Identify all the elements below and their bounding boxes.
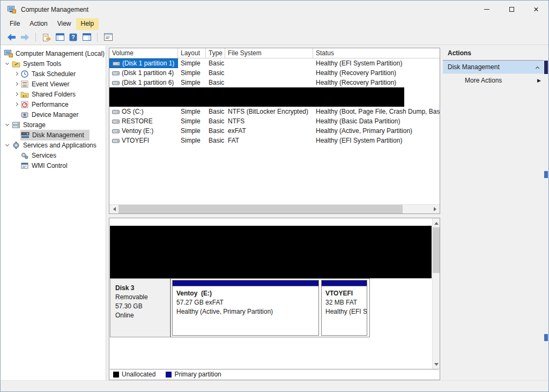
- table-row[interactable]: (Disk 1 partition 6) Simple Basic Health…: [109, 78, 440, 87]
- volume-status: Healthy (EFI System Partition): [313, 58, 440, 68]
- table-row[interactable]: OS (C:) Simple Basic NTFS (BitLocker Enc…: [109, 107, 440, 116]
- volume-type: Basic: [206, 116, 225, 126]
- chevron-right-icon[interactable]: [12, 70, 20, 78]
- tree-item-services-and-applications[interactable]: Services and Applications: [1, 140, 106, 150]
- scroll-up-button[interactable]: [432, 218, 440, 227]
- volume-status: Healthy (EFI System Partition): [313, 136, 440, 145]
- column-header-volume[interactable]: Volume: [109, 48, 178, 58]
- drive-icon: [112, 70, 120, 76]
- tree-item-system-tools[interactable]: System Tools: [1, 58, 106, 69]
- tree-item-label: Event Viewer: [32, 80, 69, 88]
- volume-name: (Disk 1 partition 4): [122, 68, 174, 78]
- primary-partition-color-bar: [322, 280, 367, 286]
- column-header-layout[interactable]: Layout: [178, 48, 206, 58]
- table-row[interactable]: RESTORE Simple Basic NTFS Healthy (Basic…: [109, 116, 440, 126]
- back-button[interactable]: [5, 31, 18, 43]
- chevron-right-icon[interactable]: [12, 90, 20, 99]
- volume-type: Basic: [206, 126, 225, 136]
- properties-button[interactable]: [101, 31, 115, 43]
- tree-item-services[interactable]: Services: [1, 150, 106, 160]
- tree-item-storage[interactable]: Storage: [1, 120, 106, 130]
- tree-item-label: Shared Folders: [32, 91, 76, 98]
- export-list-button[interactable]: [40, 31, 53, 43]
- menu-view[interactable]: View: [53, 18, 76, 30]
- table-row[interactable]: (Disk 1 partition 1) Simple Basic Health…: [109, 58, 440, 68]
- tree-item-performance[interactable]: Performance: [1, 99, 106, 109]
- scroll-right-icon: [434, 207, 439, 211]
- legend-label: Primary partition: [174, 371, 221, 378]
- chevron-down-icon[interactable]: [3, 141, 12, 150]
- chevron-right-icon[interactable]: [12, 80, 20, 88]
- tree-item-shared-folders[interactable]: Shared Folders: [1, 89, 106, 99]
- menu-help[interactable]: Help: [76, 18, 99, 30]
- tree-item-task-scheduler[interactable]: Task Scheduler: [1, 69, 106, 79]
- scroll-mark: [544, 171, 548, 178]
- disk3-partitions: Ventoy (E:) 57.27 GB exFAT Healthy (Acti…: [170, 278, 370, 337]
- disk-media-type: Removable: [115, 293, 165, 302]
- scroll-mark: [544, 334, 548, 341]
- volume-status: Healthy (Basic Data Partition): [313, 116, 440, 126]
- forward-button[interactable]: [18, 31, 32, 43]
- volume-type: Basic: [206, 107, 225, 116]
- vertical-scrollbar[interactable]: [432, 218, 440, 369]
- table-row[interactable]: Ventoy (E:) Simple Basic exFAT Healthy (…: [109, 126, 440, 136]
- table-row[interactable]: (Disk 1 partition 4) Simple Basic Health…: [109, 68, 440, 78]
- chevron-down-icon[interactable]: [3, 121, 12, 129]
- horizontal-scrollbar[interactable]: [109, 204, 440, 213]
- drive-icon: [112, 109, 120, 115]
- partition-ventoy[interactable]: Ventoy (E:) 57.27 GB exFAT Healthy (Acti…: [172, 280, 319, 336]
- volume-name: Ventoy (E:): [122, 126, 153, 136]
- tree-item-computer-management-local[interactable]: Computer Management (Local): [1, 48, 106, 58]
- chevron-up-icon[interactable]: [536, 66, 539, 70]
- partition-name: Ventoy (E:): [176, 289, 315, 298]
- maximize-button[interactable]: [499, 1, 524, 18]
- volume-file-system: NTFS: [225, 116, 313, 126]
- chevron-spacer: [12, 161, 20, 170]
- storage-icon: [12, 121, 20, 129]
- help-button[interactable]: ?: [66, 31, 80, 43]
- menu-file[interactable]: File: [5, 18, 25, 30]
- scroll-right-button[interactable]: [431, 205, 440, 214]
- scrollbar-thumb[interactable]: [433, 227, 440, 273]
- redacted-block: [109, 87, 404, 107]
- table-row[interactable]: VTOYEFI Simple Basic FAT Healthy (EFI Sy…: [109, 136, 440, 145]
- column-header-type[interactable]: Type: [206, 48, 225, 58]
- toolbar-separator: [35, 33, 36, 42]
- window-controls: ×: [474, 1, 548, 18]
- tree-item-label: System Tools: [23, 60, 61, 68]
- scrollbar-thumb[interactable]: [118, 205, 403, 214]
- show-console-tree-button[interactable]: [53, 31, 66, 43]
- volume-layout: Simple: [178, 126, 206, 136]
- disk-status: Online: [115, 311, 165, 320]
- scroll-left-button[interactable]: [109, 205, 118, 214]
- volume-type: Basic: [206, 58, 225, 68]
- computer-management-window: Computer Management × File Action View H…: [0, 0, 549, 392]
- menu-action[interactable]: Action: [25, 18, 52, 30]
- chevron-down-icon[interactable]: [3, 60, 12, 68]
- scroll-down-button[interactable]: [432, 360, 440, 369]
- drive-icon: [113, 61, 120, 66]
- disk3-label[interactable]: Disk 3 Removable 57.30 GB Online: [110, 278, 170, 337]
- window-edge-scrollbar[interactable]: [544, 46, 548, 380]
- volume-layout: Simple: [178, 68, 206, 78]
- show-action-pane-button[interactable]: [80, 31, 93, 43]
- actions-disk-management-header[interactable]: Disk Management: [443, 61, 545, 74]
- menubar: File Action View Help: [1, 18, 99, 30]
- volume-name: OS (C:): [122, 107, 144, 116]
- tree-item-event-viewer[interactable]: Event Viewer: [1, 79, 106, 89]
- minimize-button[interactable]: [474, 1, 499, 18]
- console-tree-icon: [56, 33, 64, 41]
- tree-item-wmi-control[interactable]: WMI Control: [1, 160, 106, 171]
- close-icon: ×: [533, 5, 538, 14]
- tree-item-disk-management[interactable]: Disk Management: [1, 130, 106, 140]
- column-header-status[interactable]: Status: [313, 48, 440, 58]
- actions-more-actions[interactable]: More Actions ▶: [443, 74, 545, 87]
- chevron-right-icon[interactable]: [12, 100, 20, 109]
- close-button[interactable]: ×: [524, 1, 548, 18]
- volume-file-system: exFAT: [225, 126, 313, 136]
- partition-vtoyefi[interactable]: VTOYEFI 32 MB FAT Healthy (EFI S: [321, 280, 367, 336]
- volume-status: Healthy (Recovery Partition): [313, 78, 440, 87]
- forward-icon: [20, 33, 29, 41]
- tree-item-device-manager[interactable]: Device Manager: [1, 109, 106, 120]
- column-header-file-system[interactable]: File System: [225, 48, 313, 58]
